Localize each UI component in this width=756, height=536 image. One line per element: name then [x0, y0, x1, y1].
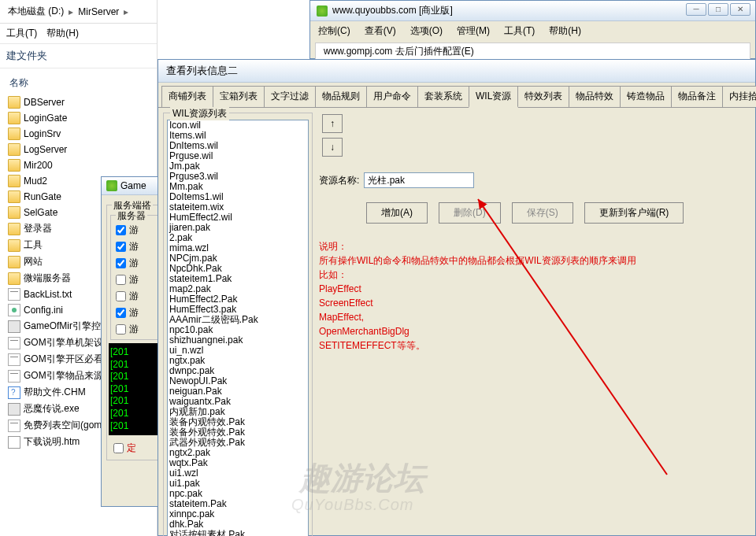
menu-item[interactable]: 选项(O)	[410, 24, 443, 38]
breadcrumb-folder[interactable]: MirServer	[75, 5, 122, 19]
txt-icon	[8, 370, 20, 383]
menu-tools[interactable]: 工具(T)	[6, 27, 37, 40]
file-item[interactable]: LoginGate	[3, 110, 154, 126]
service-checkbox[interactable]	[116, 225, 126, 235]
file-name: 网站	[24, 255, 43, 268]
file-name: LoginGate	[24, 113, 67, 124]
tab-8[interactable]: 物品特效	[569, 86, 621, 107]
bottom-label: 定	[127, 442, 136, 455]
file-name: Mud2	[24, 176, 47, 187]
file-name: Mir200	[24, 160, 53, 171]
exe-icon	[8, 320, 20, 333]
tab-2[interactable]: 文字过滤	[264, 86, 316, 107]
service-label: 游	[129, 257, 139, 270]
file-name: 工具	[24, 238, 43, 252]
folder-icon	[8, 96, 20, 109]
delete-button[interactable]: 删除(D)	[439, 202, 501, 224]
tab-5[interactable]: 套装系统	[417, 86, 469, 107]
tab-9[interactable]: 铸造物品	[620, 86, 672, 107]
menu-item[interactable]: 管理(M)	[457, 24, 490, 38]
service-label: 游	[129, 240, 139, 253]
file-name: LoginSrv	[24, 128, 61, 139]
file-name: Config.ini	[24, 305, 63, 316]
file-name: 帮助文件.CHM	[24, 386, 86, 399]
breadcrumb-drive[interactable]: 本地磁盘 (D:)	[5, 3, 67, 20]
service-checkbox[interactable]	[116, 242, 126, 252]
toolbar-newfolder[interactable]: 建文件夹	[0, 44, 157, 68]
quyou-title: www.quyoubbs.com [商业版]	[332, 4, 453, 17]
service-label: 游	[129, 273, 139, 286]
file-item[interactable]: LoginSrv	[3, 126, 154, 142]
menu-item[interactable]: 控制(C)	[318, 24, 350, 38]
folder-icon	[8, 223, 20, 235]
service-checkbox[interactable]	[116, 291, 126, 301]
service-label: 游	[129, 306, 139, 320]
quyou-menubar: 控制(C)查看(V)选项(O)管理(M)工具(T)帮助(H)	[310, 21, 755, 41]
wil-resource-listbox[interactable]: Icon.wilItems.wilDnItems.wilPrguse.wilJm…	[167, 120, 309, 536]
quyou-window: www.quyoubbs.com [商业版] ─ □ ✕ 控制(C)查看(V)选…	[309, 0, 756, 59]
service-checkbox[interactable]	[116, 275, 126, 285]
move-up-button[interactable]: ↑	[322, 114, 343, 133]
tab-3[interactable]: 物品规则	[315, 86, 367, 107]
file-item[interactable]: Mir200	[3, 157, 154, 173]
tab-4[interactable]: 用户命令	[366, 86, 418, 107]
service-label: 游	[129, 224, 139, 237]
add-button[interactable]: 增加(A)	[366, 202, 428, 224]
tab-6[interactable]: WIL资源	[469, 86, 518, 108]
folder-icon	[8, 239, 20, 252]
tab-0[interactable]: 商铺列表	[161, 86, 213, 107]
explorer-menubar: 工具(T) 帮助(H)	[0, 24, 157, 44]
group-label-inner: 服务器	[116, 209, 147, 223]
file-item[interactable]: LogServer	[3, 142, 154, 157]
column-header-name[interactable]: 名称	[0, 68, 157, 94]
instructions-text: 说明：所有操作WIL的命令和物品特效中的物品都会根据WIL资源列表的顺序来调用比…	[319, 239, 744, 353]
list-item[interactable]: 对话按钮素材.Pak	[168, 530, 308, 536]
folder-icon	[8, 112, 20, 124]
main-title[interactable]: 查看列表信息二	[158, 60, 755, 83]
tab-10[interactable]: 物品备注	[671, 86, 723, 107]
minimize-button[interactable]: ─	[686, 3, 706, 16]
maximize-button[interactable]: □	[708, 3, 728, 16]
tab-1[interactable]: 宝箱列表	[213, 86, 265, 107]
bottom-checkbox[interactable]	[113, 443, 124, 453]
wil-list-label: WIL资源列表	[170, 107, 229, 120]
chevron-right-icon: ▸	[122, 6, 130, 17]
close-button[interactable]: ✕	[730, 3, 750, 16]
update-client-button[interactable]: 更新到客户端(R)	[584, 202, 684, 224]
service-label: 游	[129, 323, 139, 336]
folder-icon	[8, 143, 20, 156]
file-name: 免费列表空间(gom	[24, 419, 102, 432]
menu-help[interactable]: 帮助(H)	[46, 27, 79, 40]
move-down-button[interactable]: ↓	[322, 138, 343, 157]
menu-item[interactable]: 工具(T)	[504, 24, 535, 38]
service-checkbox[interactable]	[116, 324, 126, 335]
file-name: DBServer	[24, 97, 65, 108]
file-name: GOM引擎开区必看	[24, 353, 103, 366]
quyou-titlebar[interactable]: www.quyoubbs.com [商业版] ─ □ ✕	[310, 1, 755, 21]
address-bar[interactable]: 本地磁盘 (D:) ▸ MirServer ▸	[0, 0, 157, 24]
app-icon	[317, 6, 328, 17]
main-dialog: 查看列表信息二 商铺列表宝箱列表文字过滤物品规则用户命令套装系统WIL资源特效列…	[158, 59, 756, 536]
menu-item[interactable]: 帮助(H)	[549, 24, 581, 38]
tab-7[interactable]: 特效列表	[517, 86, 569, 107]
file-name: GOM引擎单机架设	[24, 336, 103, 349]
resource-name-input[interactable]	[364, 172, 474, 188]
quyou-subtext: www.gompj.com 去后门插件配置(E)	[324, 45, 474, 58]
file-item[interactable]: DBServer	[3, 94, 154, 110]
tab-11[interactable]: 内挂拾取	[722, 86, 756, 107]
save-button[interactable]: 保存(S)	[512, 202, 573, 224]
service-label: 游	[129, 290, 139, 303]
wil-list-group: WIL资源列表 Icon.wilItems.wilDnItems.wilPrgu…	[163, 113, 313, 536]
chm-icon	[8, 386, 20, 399]
service-checkbox[interactable]	[116, 258, 126, 268]
file-name: 登录器	[24, 222, 52, 235]
folder-icon	[8, 190, 20, 203]
folder-icon	[8, 175, 20, 187]
file-name: BackList.txt	[24, 289, 72, 300]
menu-item[interactable]: 查看(V)	[365, 24, 396, 38]
log-output: [201[201[201[201[201[201[201	[109, 343, 164, 435]
service-checkbox[interactable]	[116, 308, 126, 318]
folder-icon	[8, 128, 20, 140]
chevron-right-icon: ▸	[67, 6, 75, 17]
ini-icon	[8, 304, 20, 316]
